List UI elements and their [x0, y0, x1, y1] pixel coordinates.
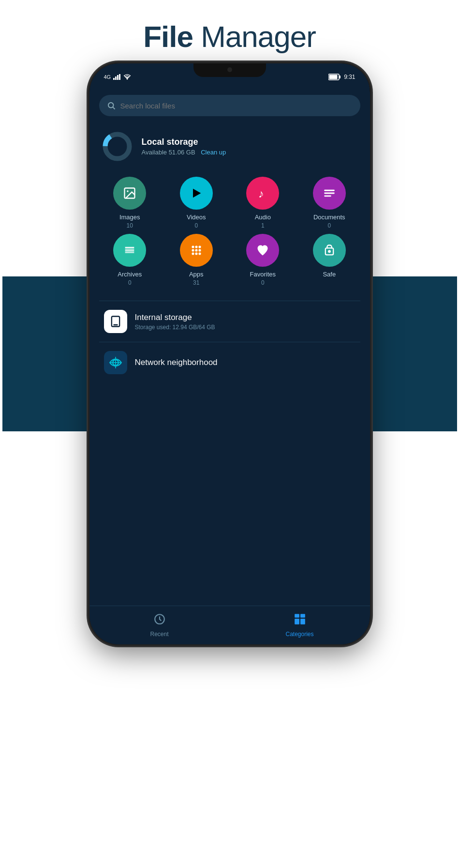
- svg-point-30: [195, 252, 197, 255]
- category-grid: Images 10 Videos 0 ♪ Audio 1 Documents 0…: [99, 169, 360, 293]
- archives-count: 0: [128, 279, 132, 286]
- time-text: 9:31: [344, 74, 355, 80]
- nav-recent[interactable]: Recent: [89, 613, 230, 638]
- apps-label: Apps: [189, 271, 204, 278]
- status-bar: 4G: [89, 63, 370, 90]
- storage-items: Internal storage Storage used: 12.94 GB/…: [99, 293, 360, 390]
- svg-rect-1: [115, 76, 117, 80]
- search-bar[interactable]: ⋮: [99, 95, 360, 116]
- svg-point-24: [195, 245, 197, 248]
- category-safe[interactable]: Safe: [298, 234, 360, 286]
- svg-point-31: [198, 252, 201, 255]
- local-storage-section: Local storage Available 51.06 GB Clean u…: [99, 123, 360, 169]
- title-bold: File: [143, 20, 193, 53]
- images-count: 10: [127, 222, 133, 229]
- category-favorites[interactable]: Favorites 0: [232, 234, 294, 286]
- videos-count: 0: [194, 222, 198, 229]
- svg-point-8: [108, 103, 114, 108]
- internal-sub: Storage used: 12.94 GB/64 GB: [135, 324, 215, 331]
- documents-count: 0: [327, 222, 331, 229]
- storage-info: Local storage Available 51.06 GB Clean u…: [142, 137, 226, 156]
- title-normal: Manager: [193, 20, 316, 53]
- documents-icon: [313, 177, 346, 210]
- documents-label: Documents: [313, 213, 345, 221]
- phone-screen: 4G: [89, 63, 370, 644]
- svg-rect-41: [300, 614, 305, 618]
- svg-point-25: [198, 245, 201, 248]
- search-icon: [107, 101, 116, 110]
- status-right: 9:31: [328, 74, 355, 80]
- recent-label: Recent: [150, 631, 168, 638]
- notch: [193, 63, 266, 77]
- internal-storage-icon: [104, 310, 127, 333]
- network-info: Network neighborhood: [135, 358, 218, 367]
- storage-item-internal[interactable]: Internal storage Storage used: 12.94 GB/…: [99, 301, 360, 342]
- archives-label: Archives: [118, 271, 142, 278]
- storage-item-network[interactable]: Network neighborhood: [99, 342, 360, 383]
- apps-count: 31: [193, 279, 199, 286]
- signal-icon: [113, 74, 121, 80]
- phone-wrapper: 4G: [60, 63, 399, 819]
- svg-text:♪: ♪: [258, 187, 264, 200]
- categories-label: Categories: [285, 631, 313, 638]
- status-left: 4G: [104, 74, 132, 80]
- apps-icon: [180, 234, 213, 267]
- svg-point-4: [127, 78, 128, 79]
- favorites-label: Favorites: [250, 271, 276, 278]
- storage-sub: Available 51.06 GB Clean up: [142, 149, 226, 156]
- svg-rect-7: [329, 75, 338, 79]
- svg-rect-6: [339, 76, 341, 78]
- app-title: File Manager: [143, 19, 316, 54]
- network-title: Network neighborhood: [135, 358, 218, 367]
- recent-icon: [153, 613, 166, 628]
- battery-icon: [328, 74, 341, 80]
- svg-point-23: [192, 245, 194, 248]
- safe-label: Safe: [323, 271, 336, 278]
- svg-line-9: [113, 107, 115, 109]
- svg-point-28: [198, 249, 201, 251]
- storage-donut-chart: [102, 131, 133, 162]
- audio-label: Audio: [255, 213, 271, 221]
- svg-rect-2: [117, 75, 118, 80]
- category-archives[interactable]: Archives 0: [99, 234, 161, 286]
- category-videos[interactable]: Videos 0: [165, 177, 227, 229]
- favorites-count: 0: [261, 279, 265, 286]
- svg-point-26: [192, 249, 194, 251]
- category-images[interactable]: Images 10: [99, 177, 161, 229]
- svg-rect-3: [119, 74, 120, 80]
- wifi-icon: [123, 74, 131, 80]
- audio-icon: ♪: [246, 177, 279, 210]
- network-storage-icon: [104, 351, 127, 374]
- svg-point-33: [328, 250, 331, 253]
- svg-rect-43: [300, 619, 305, 624]
- category-apps[interactable]: Apps 31: [165, 234, 227, 286]
- videos-icon: [180, 177, 213, 210]
- carrier-text: 4G: [104, 74, 111, 80]
- svg-marker-14: [193, 189, 201, 198]
- archives-icon: [113, 234, 146, 267]
- svg-point-27: [195, 249, 197, 251]
- camera: [227, 67, 232, 72]
- categories-icon: [294, 613, 306, 628]
- svg-rect-0: [113, 78, 115, 80]
- internal-info: Internal storage Storage used: 12.94 GB/…: [135, 313, 215, 331]
- svg-point-13: [127, 190, 129, 192]
- phone-frame: 4G: [89, 63, 370, 644]
- cleanup-link[interactable]: Clean up: [201, 149, 226, 156]
- scroll-content: Local storage Available 51.06 GB Clean u…: [89, 123, 370, 606]
- svg-point-29: [192, 252, 194, 255]
- images-label: Images: [119, 213, 140, 221]
- internal-title: Internal storage: [135, 313, 215, 322]
- videos-label: Videos: [187, 213, 206, 221]
- favorites-icon: [246, 234, 279, 267]
- audio-count: 1: [261, 222, 265, 229]
- category-documents[interactable]: Documents 0: [298, 177, 360, 229]
- images-icon: [113, 177, 146, 210]
- svg-rect-42: [295, 619, 299, 624]
- nav-categories[interactable]: Categories: [230, 613, 370, 638]
- bottom-nav: Recent Categories: [89, 606, 370, 644]
- category-audio[interactable]: ♪ Audio 1: [232, 177, 294, 229]
- svg-rect-40: [295, 614, 299, 618]
- search-input[interactable]: [120, 102, 353, 110]
- safe-icon: [313, 234, 346, 267]
